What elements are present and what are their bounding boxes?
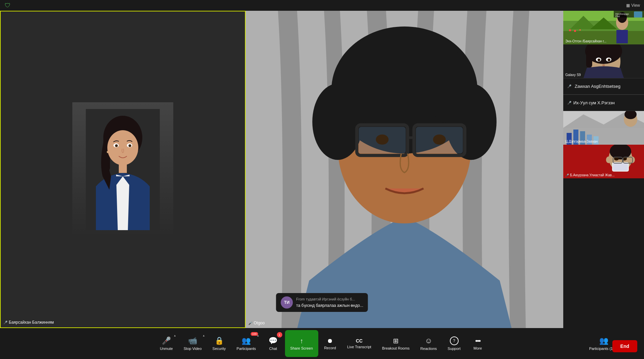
- chat-text: From тудавтэй Иргэний ёсзуйн б... та бүх…: [296, 296, 363, 309]
- participants-panel-icon: 👥: [599, 336, 608, 345]
- participants-button[interactable]: ▲ 👥 100 Participants: [231, 330, 261, 357]
- share-screen-icon: ↑: [300, 337, 303, 345]
- sidebar-4-name-tag: 🎤 Б.Аюурзана Улиастай Жав...: [565, 173, 614, 177]
- sidebar-thumb-1: Нэх|бэзэрдо РВо Энх-Отгон /Баярсайхан г.…: [563, 11, 644, 44]
- chat-avatar: ТИ: [281, 296, 293, 309]
- mic-muted-icon-right: 🎤: [248, 321, 252, 325]
- sidebar-thumb-2: Galaxy S9: [563, 44, 644, 78]
- participant-left-name-tag: 🎤 Баярсайхан Балжинням: [3, 320, 54, 325]
- participants-count-badge: 100: [251, 332, 258, 336]
- mic-icon-ayurz: 🎤: [565, 174, 569, 177]
- support-button[interactable]: ? Support: [442, 330, 466, 357]
- breakout-rooms-button[interactable]: ⊞ Breakout Rooms: [377, 330, 415, 357]
- svg-point-66: [606, 156, 611, 163]
- live-transcript-button[interactable]: CC Live Transcript: [342, 330, 377, 357]
- participant-left-video: [72, 102, 173, 237]
- sidebar-thumb-4: 🎤 Б.Аюурзана Улиастай Жав...: [563, 145, 644, 178]
- end-button[interactable]: End: [612, 340, 637, 352]
- sidebar-participant-2: Galaxy S9: [563, 44, 644, 78]
- sidebar-text-ihulul: 🎤 Их-Уул сум Х.Рэгзэн: [563, 95, 644, 111]
- participant-right-name-tag: 🎤 Otgoo: [248, 321, 265, 325]
- svg-rect-8: [119, 164, 127, 173]
- unmute-arrow: ▲: [174, 334, 176, 337]
- breakout-rooms-icon: ⊞: [393, 337, 399, 345]
- svg-point-18: [341, 33, 468, 122]
- sidebar-participant-3: Ц.Дэлгэрмаа-Завхан: [563, 111, 644, 145]
- sidebar-participant-1: Нэх|бэзэрдо РВо Энх-Отгон /Баярсайхан г.…: [563, 11, 644, 44]
- svg-point-7: [129, 144, 131, 147]
- shield-icon: 🛡: [5, 2, 11, 9]
- participant-left: 🎤 Баярсайхан Балжинням: [0, 11, 246, 328]
- participant-left-svg: [86, 109, 160, 230]
- more-icon: •••: [475, 337, 480, 345]
- svg-point-25: [433, 135, 446, 145]
- record-icon: ⏺: [327, 337, 333, 345]
- svg-text:РВо: РВо: [615, 15, 620, 17]
- mic-red-icon-zawxan: 🎤: [567, 84, 571, 88]
- svg-point-34: [579, 29, 581, 31]
- stop-video-icon: 📹: [188, 336, 197, 345]
- unmute-button[interactable]: ▲ 🎤✕ Unmute: [154, 330, 178, 357]
- svg-rect-41: [634, 11, 642, 17]
- participant-right: 🎤 Otgoo: [246, 11, 563, 328]
- reactions-icon: ☺: [425, 336, 432, 345]
- svg-point-32: [569, 29, 571, 31]
- chat-button[interactable]: 💬 1 Chat: [261, 330, 285, 357]
- chat-badge: 1: [277, 332, 282, 337]
- svg-rect-65: [613, 163, 628, 171]
- participants-icon: 👥: [242, 336, 251, 345]
- participant-right-bg: [246, 11, 563, 328]
- more-button[interactable]: ••• More: [466, 330, 490, 357]
- view-button[interactable]: ▦ View: [626, 3, 640, 8]
- security-icon: 🔒: [215, 336, 224, 345]
- svg-point-3: [107, 130, 138, 165]
- stop-video-arrow: ▲: [202, 334, 205, 337]
- top-bar: 🛡 ▦ View: [0, 0, 644, 11]
- chat-notification[interactable]: ТИ From тудавтэй Иргэний ёсзуйн б... та …: [276, 293, 368, 312]
- mic-muted-icon-left: 🎤: [3, 321, 7, 324]
- unmute-icon: 🎤✕: [162, 336, 171, 345]
- main-video-area: 🎤 Баярсайхан Балжинням: [0, 11, 563, 328]
- security-button[interactable]: 🔒 Security: [207, 330, 231, 357]
- live-transcript-icon: CC: [356, 338, 363, 344]
- sidebar-thumb-3: Ц.Дэлгэрмаа-Завхан: [563, 111, 644, 145]
- svg-point-49: [608, 59, 610, 61]
- svg-point-68: [614, 157, 619, 160]
- support-icon: ?: [450, 336, 459, 345]
- svg-point-50: [602, 64, 605, 66]
- chat-icon: 💬: [269, 336, 278, 345]
- svg-rect-45: [586, 51, 592, 68]
- sidebar-participant-4: 🎤 Б.Аюурзана Улиастай Жав...: [563, 145, 644, 178]
- stop-video-button[interactable]: ▲ 📹 Stop Video: [178, 330, 207, 357]
- person-figure-left: [86, 109, 160, 230]
- sidebar-text-zawxan: 🎤 Zawxan AsgEnhtsetseg: [563, 78, 644, 94]
- record-button[interactable]: ⏺ Record: [318, 330, 342, 357]
- svg-point-24: [376, 135, 389, 145]
- svg-point-48: [598, 59, 600, 61]
- toolbar: ▲ 🎤✕ Unmute ▲ 📹 Stop Video 🔒 Security ▲ …: [0, 328, 644, 359]
- reactions-button[interactable]: ☺ Reactions: [415, 330, 442, 357]
- mic-icon-ihulul: 🎤: [567, 101, 571, 105]
- svg-point-6: [115, 144, 118, 147]
- right-sidebar: Нэх|бэзэрдо РВо Энх-Отгон /Баярсайхан г.…: [563, 11, 644, 328]
- svg-point-33: [574, 30, 576, 32]
- share-screen-button[interactable]: ↑ Share Screen: [285, 330, 318, 357]
- svg-rect-36: [616, 30, 628, 43]
